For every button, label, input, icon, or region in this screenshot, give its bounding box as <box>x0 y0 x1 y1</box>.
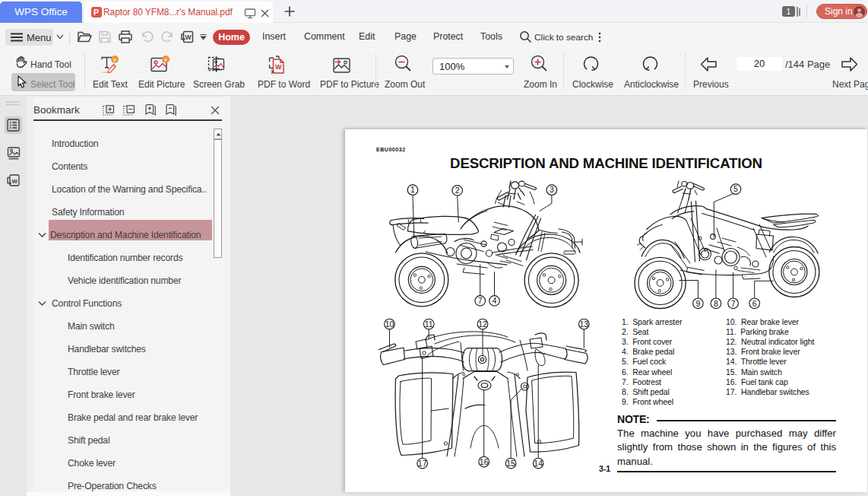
svg-text:W: W <box>275 63 282 71</box>
svg-text:W: W <box>185 33 192 41</box>
svg-text:v: v <box>164 56 167 63</box>
svg-text:v: v <box>113 56 116 63</box>
svg-text:W: W <box>12 178 18 185</box>
